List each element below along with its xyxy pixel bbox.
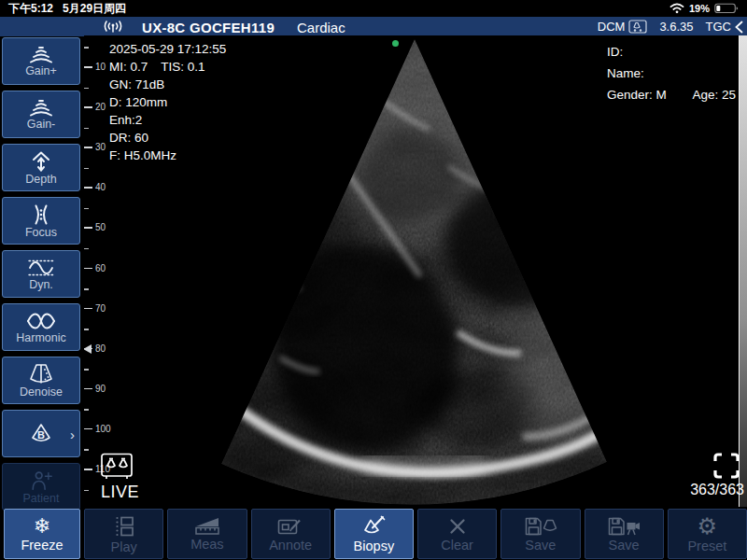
button-label: Meas (190, 538, 223, 552)
ruler-minor-tick (84, 208, 89, 210)
ruler-major-tick (84, 268, 92, 270)
gain-waves-icon (28, 99, 54, 118)
b-mode-button[interactable]: B › (2, 410, 80, 457)
button-label: Focus (25, 227, 57, 239)
patient-gender-age-row: Gender: M Age: 25 (607, 84, 736, 105)
tgc-panel-handle[interactable] (739, 35, 747, 507)
tgc-button[interactable]: TGC (706, 20, 743, 34)
button-label: Save (609, 539, 640, 553)
ruler-tick-label: 30 (95, 142, 106, 152)
tis-value: TIS: 0.1 (161, 60, 204, 74)
biopsy-button[interactable]: Biopsy (334, 509, 414, 559)
depth-readout: D: 120mm (109, 93, 226, 111)
biopsy-needle-icon (361, 515, 386, 538)
ruler-major-tick (84, 308, 92, 310)
dynamic-range-button[interactable]: Dyn. (2, 250, 80, 298)
gain-minus-button[interactable]: Gain- (2, 91, 80, 138)
focus-button[interactable]: Focus (2, 197, 80, 245)
save-video-button[interactable]: Save (585, 509, 664, 559)
ruler-minor-tick (84, 369, 89, 371)
ruler-major-tick (84, 106, 92, 108)
ruler-minor-tick (84, 248, 89, 250)
button-label: Play (111, 540, 137, 554)
probe-orientation-marker (392, 40, 399, 47)
ultrasound-app-screen: 下午5:12 5月29日周四 19% (0, 0, 747, 560)
ruler-tick-label: 70 (95, 303, 106, 314)
button-label: Preset (687, 539, 726, 553)
frame-counter-label: 363/363 (690, 482, 744, 498)
harmonic-button[interactable]: Harmonic (2, 303, 80, 351)
ruler-major-tick (84, 388, 92, 390)
gain-plus-button[interactable]: Gain+ (2, 37, 80, 85)
ruler-tick-label: 10 (95, 62, 106, 72)
ruler-tick-label: 60 (95, 263, 106, 273)
annote-button[interactable]: Annote (251, 509, 331, 559)
dcm-label: DCM (598, 20, 626, 34)
ruler-tick-label: 80 (95, 343, 106, 354)
live-label: LIVE (101, 483, 139, 502)
focus-marker[interactable] (84, 344, 92, 354)
film-strip-icon (112, 514, 136, 539)
app-header: UX-8C GOCFEH119 Cardiac DCM 3.6.35 TGC (0, 17, 747, 36)
acquisition-datetime: 2025-05-29 17:12:55 (109, 40, 226, 58)
image-parameters-overlay: 2025-05-29 17:12:55 MI: 0.7TIS: 0.1 GN: … (109, 40, 226, 164)
battery-percent: 19% (689, 3, 710, 14)
ruler-tick-label: 90 (95, 384, 106, 394)
chevron-right-icon: › (70, 426, 75, 441)
ruler-major-tick (84, 469, 92, 470)
gain-waves-icon (28, 46, 54, 64)
ruler-tick-label: 20 (95, 102, 106, 112)
depth-button[interactable]: Depth (2, 144, 80, 191)
freeze-button[interactable]: ❄ Freeze (4, 509, 80, 559)
button-label: Clear (441, 539, 473, 553)
ios-status-bar: 下午5:12 5月29日周四 19% (0, 0, 747, 17)
ultrasound-display-area: 102030405060708090100110 2025-05-29 17:1… (84, 35, 747, 507)
software-version: 3.6.35 (659, 20, 693, 34)
ruler-tick-label: 50 (95, 222, 106, 232)
button-label: Dyn. (29, 279, 53, 291)
device-title: UX-8C GOCFEH119 (142, 20, 275, 35)
ruler-minor-tick (84, 168, 89, 170)
ruler-minor-tick (84, 490, 89, 492)
ruler-tick-label: 100 (95, 424, 111, 434)
button-label: Patient (23, 493, 60, 505)
dcm-button[interactable]: DCM (598, 20, 648, 34)
preset-button[interactable]: ⚙ Preset (668, 509, 747, 559)
button-label: Gain+ (25, 65, 57, 77)
tgc-label: TGC (706, 20, 731, 34)
live-indicator: LIVE (99, 452, 139, 502)
clear-button[interactable]: Clear (417, 509, 497, 559)
gain-readout: GN: 71dB (109, 76, 226, 93)
patient-person-icon (29, 469, 53, 492)
save-image-button[interactable]: Save (500, 509, 580, 559)
focus-icon (30, 203, 52, 226)
patient-age: Age: 25 (692, 84, 736, 105)
depth-ruler: 102030405060708090100110 (84, 35, 112, 507)
patient-button[interactable]: Patient (2, 463, 80, 511)
dual-probe-icon (99, 452, 139, 481)
snowflake-icon: ❄ (34, 516, 50, 537)
ruler-measure-icon (193, 516, 221, 536)
patient-id-label: ID: (607, 41, 736, 63)
clock-time: 下午5:12 (8, 1, 53, 17)
ruler-major-tick (84, 147, 92, 148)
b-mode-sector-icon: B (29, 423, 53, 445)
left-control-sidebar: Gain+ Gain- Depth (2, 37, 80, 511)
button-label: Biopsy (354, 539, 395, 553)
patient-info-overlay: ID: Name: Gender: M Age: 25 (607, 41, 736, 105)
button-label: Annote (269, 539, 312, 553)
probe-signal-icon (101, 19, 125, 34)
ruler-minor-tick (84, 128, 89, 130)
mi-tis-readout: MI: 0.7TIS: 0.1 (109, 58, 226, 76)
annotation-pencil-icon (276, 516, 304, 537)
ruler-minor-tick (84, 409, 89, 411)
frequency-readout: F: H5.0MHz (109, 147, 226, 164)
mi-value: MI: 0.7 (109, 60, 148, 74)
depth-arrow-icon (30, 150, 52, 173)
button-label: Gain- (27, 119, 56, 131)
denoise-button[interactable]: Denoise (2, 357, 80, 404)
ruler-minor-tick (84, 47, 89, 49)
meas-button[interactable]: Meas (167, 509, 247, 559)
dcm-export-icon (628, 20, 647, 34)
play-button[interactable]: Play (84, 509, 163, 559)
